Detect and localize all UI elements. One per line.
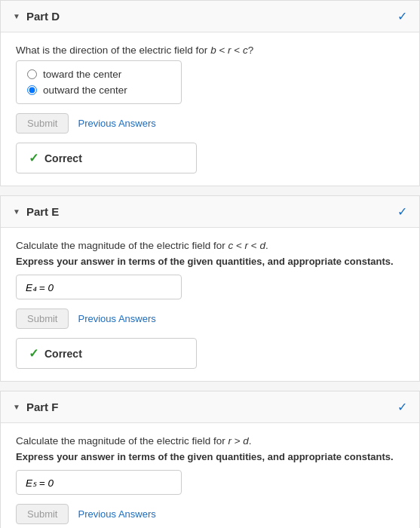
part-d-check-icon: ✓ xyxy=(397,9,407,23)
part-d-body: What is the direction of the electric fi… xyxy=(1,32,419,186)
part-d-label-toward: toward the center xyxy=(43,69,121,80)
part-e-section: ▼ Part E ✓ Calculate the magnitude of th… xyxy=(0,195,420,382)
part-e-express-note: Express your answer in terms of the give… xyxy=(16,256,404,267)
part-d-label-outward: outward the center xyxy=(43,84,127,96)
part-e-header: ▼ Part E ✓ xyxy=(1,196,419,228)
part-f-section: ▼ Part F ✓ Calculate the magnitude of th… xyxy=(0,391,420,528)
part-f-header: ▼ Part F ✓ xyxy=(1,391,419,423)
part-e-check-icon: ✓ xyxy=(397,204,407,219)
part-e-chevron[interactable]: ▼ xyxy=(13,207,20,216)
part-d-correct-badge: ✓ Correct xyxy=(16,143,197,173)
part-d-radio-outward[interactable] xyxy=(27,85,37,95)
part-d-title: Part D xyxy=(26,10,60,23)
part-f-title: Part F xyxy=(26,401,59,413)
part-e-question: Calculate the magnitude of the electric … xyxy=(16,240,404,251)
part-e-correct-badge: ✓ Correct xyxy=(16,338,197,369)
part-f-submit-button[interactable]: Submit xyxy=(16,504,69,524)
part-f-check-icon: ✓ xyxy=(397,400,407,414)
part-d-radio-toward[interactable] xyxy=(27,69,37,79)
part-f-prev-answers-link[interactable]: Previous Answers xyxy=(78,508,155,520)
part-e-prev-answers-link[interactable]: Previous Answers xyxy=(78,313,155,324)
part-d-chevron[interactable]: ▼ xyxy=(13,12,20,20)
part-f-question: Calculate the magnitude of the electric … xyxy=(16,435,404,447)
part-e-answer-input[interactable] xyxy=(16,275,182,299)
part-e-submit-button[interactable]: Submit xyxy=(16,309,69,329)
part-f-express-note: Express your answer in terms of the give… xyxy=(16,451,404,462)
part-d-radio-group: toward the center outward the center xyxy=(16,60,182,104)
part-d-action-row: Submit Previous Answers xyxy=(16,113,404,134)
part-f-answer-input[interactable] xyxy=(16,470,182,495)
part-d-section: ▼ Part D ✓ What is the direction of the … xyxy=(0,0,420,186)
part-d-prev-answers-link[interactable]: Previous Answers xyxy=(78,118,155,129)
part-d-question: What is the direction of the electric fi… xyxy=(16,45,404,56)
part-d-option-toward[interactable]: toward the center xyxy=(27,69,170,80)
part-e-correct-label: Correct xyxy=(44,348,82,360)
part-d-option-outward[interactable]: outward the center xyxy=(27,84,170,96)
part-f-chevron[interactable]: ▼ xyxy=(13,403,20,411)
part-f-body: Calculate the magnitude of the electric … xyxy=(1,423,419,528)
part-e-body: Calculate the magnitude of the electric … xyxy=(1,228,419,381)
part-e-correct-check-icon: ✓ xyxy=(29,346,38,361)
part-e-title: Part E xyxy=(26,205,59,218)
part-d-correct-check-icon: ✓ xyxy=(29,151,38,165)
part-d-header: ▼ Part D ✓ xyxy=(1,1,419,32)
part-d-submit-button[interactable]: Submit xyxy=(16,113,69,134)
part-d-correct-label: Correct xyxy=(44,152,82,164)
part-f-action-row: Submit Previous Answers xyxy=(16,504,404,524)
part-e-action-row: Submit Previous Answers xyxy=(16,309,404,329)
